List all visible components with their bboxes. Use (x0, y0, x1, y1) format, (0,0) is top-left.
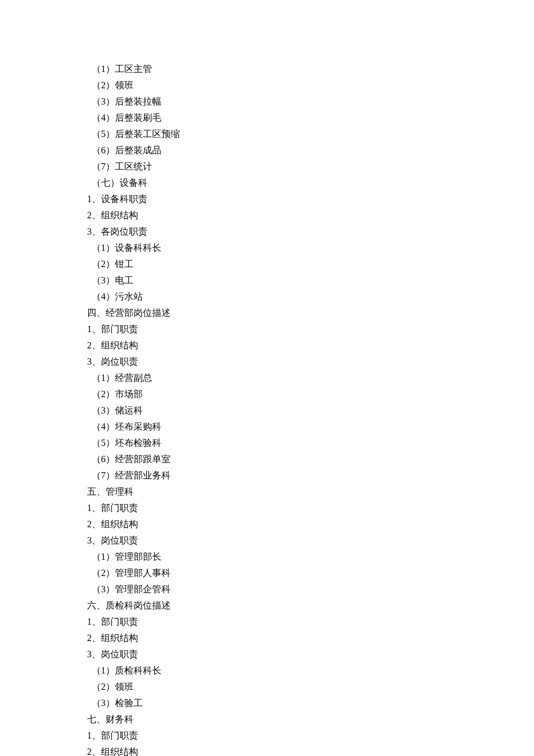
outline-line: 六、质检科岗位描述 (87, 597, 435, 614)
outline-line: 3、岗位职责 (87, 354, 435, 370)
outline-line: （2）管理部人事科 (87, 565, 435, 581)
outline-line: （7）经营部业务科 (87, 467, 435, 484)
outline-line: 2、组织结构 (87, 516, 435, 532)
outline-line: 1、部门职责 (87, 500, 435, 516)
outline-line: （2）领班 (87, 77, 435, 93)
outline-line: 四、经营部岗位描述 (87, 305, 435, 321)
outline-line: 五、管理科 (87, 484, 435, 500)
outline-line: 3、各岗位职责 (87, 224, 435, 240)
outline-line: 2、组织结构 (87, 337, 435, 354)
outline-line: （7）工区统计 (87, 159, 435, 175)
outline-line: （1）管理部部长 (87, 549, 435, 565)
outline-line: （2）领班 (87, 679, 435, 695)
outline-line: （6）经营部跟单室 (87, 451, 435, 467)
outline-line: （4）坯布采购科 (87, 419, 435, 435)
outline-line: （3）电工 (87, 272, 435, 289)
outline-line: （4）后整装刷毛 (87, 110, 435, 126)
outline-line: 2、组织结构 (87, 744, 435, 756)
outline-line: （七）设备科 (87, 175, 435, 191)
outline-line: （3）后整装拉幅 (87, 93, 435, 110)
outline-line: （4）污水站 (87, 289, 435, 305)
outline-line: （1）工区主管 (87, 61, 435, 77)
outline-line: 1、设备科职责 (87, 191, 435, 207)
outline-line: 3、岗位职责 (87, 646, 435, 663)
outline-line: （3）储运科 (87, 402, 435, 419)
outline-line: 2、组织结构 (87, 630, 435, 646)
outline-line: （3）管理部企管科 (87, 581, 435, 597)
outline-line: （2）市场部 (87, 386, 435, 402)
outline-line: （5）后整装工区预缩 (87, 126, 435, 142)
outline-line: （1）设备科科长 (87, 240, 435, 256)
outline-line: （3）检验工 (87, 695, 435, 711)
outline-line: 1、部门职责 (87, 728, 435, 744)
outline-line: （1）质检科科长 (87, 663, 435, 679)
document-content: （1）工区主管（2）领班（3）后整装拉幅（4）后整装刷毛（5）后整装工区预缩（6… (87, 61, 435, 756)
outline-line: 3、岗位职责 (87, 532, 435, 549)
outline-line: （2）钳工 (87, 256, 435, 272)
outline-line: 2、组织结构 (87, 207, 435, 224)
outline-line: 七、财务科 (87, 711, 435, 728)
outline-line: （5）坯布检验科 (87, 435, 435, 451)
outline-line: 1、部门职责 (87, 321, 435, 337)
outline-line: （1）经营副总 (87, 370, 435, 386)
outline-line: （6）后整装成品 (87, 142, 435, 159)
outline-line: 1、部门职责 (87, 614, 435, 630)
